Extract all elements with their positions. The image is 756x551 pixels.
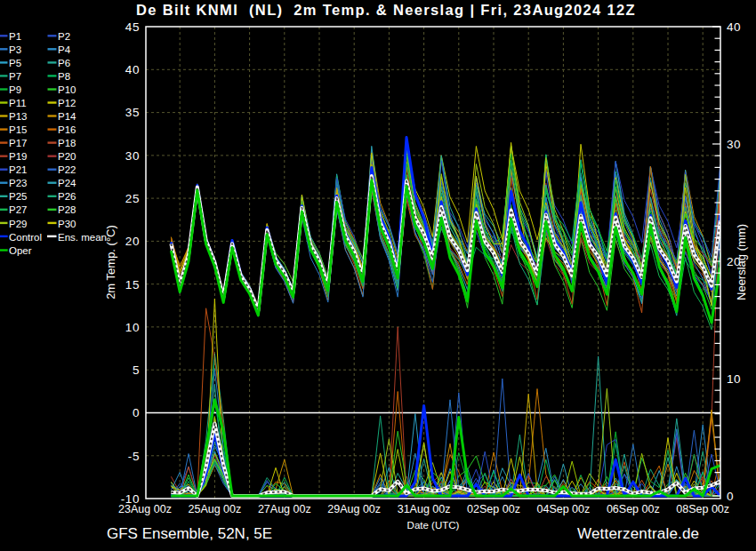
svg-text:40: 40 (727, 20, 741, 34)
svg-text:P12: P12 (58, 98, 76, 108)
svg-text:P14: P14 (58, 111, 76, 122)
svg-text:P25: P25 (9, 191, 27, 202)
svg-text:P20: P20 (58, 151, 76, 162)
svg-text:P16: P16 (58, 124, 76, 135)
svg-text:P17: P17 (9, 138, 27, 148)
svg-text:25Aug 00z: 25Aug 00z (189, 503, 242, 515)
svg-text:P8: P8 (58, 71, 70, 82)
svg-text:P9: P9 (9, 84, 21, 95)
svg-text:Wetterzentrale.de: Wetterzentrale.de (577, 525, 699, 542)
svg-text:P6: P6 (58, 58, 70, 68)
svg-text:P2: P2 (58, 31, 70, 42)
svg-text:30: 30 (727, 138, 741, 151)
svg-text:P24: P24 (58, 178, 76, 188)
svg-text:10: 10 (125, 321, 140, 334)
svg-text:06Sep 00z: 06Sep 00z (607, 503, 660, 515)
svg-text:Control: Control (9, 232, 42, 243)
svg-text:Date (UTC): Date (UTC) (407, 520, 460, 531)
svg-text:-5: -5 (128, 450, 140, 463)
svg-text:20: 20 (125, 235, 140, 248)
svg-text:0: 0 (133, 406, 140, 419)
svg-text:GFS Ensemble, 52N, 5E: GFS Ensemble, 52N, 5E (107, 525, 272, 542)
svg-text:02Sep 00z: 02Sep 00z (467, 503, 520, 515)
svg-text:5: 5 (133, 363, 140, 377)
svg-text:04Sep 00z: 04Sep 00z (537, 503, 591, 515)
svg-text:P7: P7 (9, 71, 21, 82)
svg-text:P3: P3 (9, 44, 21, 55)
svg-text:Ens. mean: Ens. mean (58, 232, 107, 243)
svg-text:10: 10 (727, 372, 741, 386)
svg-text:P5: P5 (9, 58, 21, 68)
svg-text:P27: P27 (9, 204, 27, 215)
svg-text:25: 25 (125, 192, 140, 205)
svg-text:P4: P4 (58, 44, 71, 55)
svg-text:23Aug 00z: 23Aug 00z (118, 503, 172, 515)
svg-text:De Bilt KNMI (NL) 2m Temp. &: De Bilt KNMI (NL) 2m Temp. & Neerslag | … (136, 2, 636, 18)
svg-text:P19: P19 (9, 151, 27, 162)
svg-text:P18: P18 (58, 138, 76, 148)
svg-text:31Aug 00z: 31Aug 00z (398, 503, 451, 515)
svg-text:45: 45 (125, 20, 140, 34)
svg-text:27Aug 00z: 27Aug 00z (258, 503, 311, 515)
svg-text:P28: P28 (58, 204, 76, 215)
svg-text:P11: P11 (9, 98, 27, 108)
svg-text:P10: P10 (58, 84, 76, 95)
svg-text:P26: P26 (58, 191, 76, 202)
svg-text:15: 15 (125, 278, 140, 291)
svg-text:35: 35 (125, 106, 140, 119)
svg-text:P15: P15 (9, 124, 27, 135)
svg-text:P1: P1 (9, 31, 21, 42)
svg-text:30: 30 (125, 149, 140, 163)
svg-text:P23: P23 (9, 178, 27, 188)
svg-text:P13: P13 (9, 111, 27, 122)
svg-text:0: 0 (727, 490, 734, 503)
svg-text:40: 40 (125, 63, 140, 76)
svg-text:P29: P29 (9, 219, 27, 229)
svg-text:Oper: Oper (9, 245, 32, 256)
svg-text:P22: P22 (58, 164, 76, 175)
svg-text:P30: P30 (58, 219, 76, 229)
svg-text:P21: P21 (9, 164, 27, 175)
svg-text:29Aug 00z: 29Aug 00z (327, 503, 381, 515)
svg-text:Neerslag (mm): Neerslag (mm) (735, 224, 748, 300)
svg-text:08Sep 00z: 08Sep 00z (676, 503, 729, 515)
